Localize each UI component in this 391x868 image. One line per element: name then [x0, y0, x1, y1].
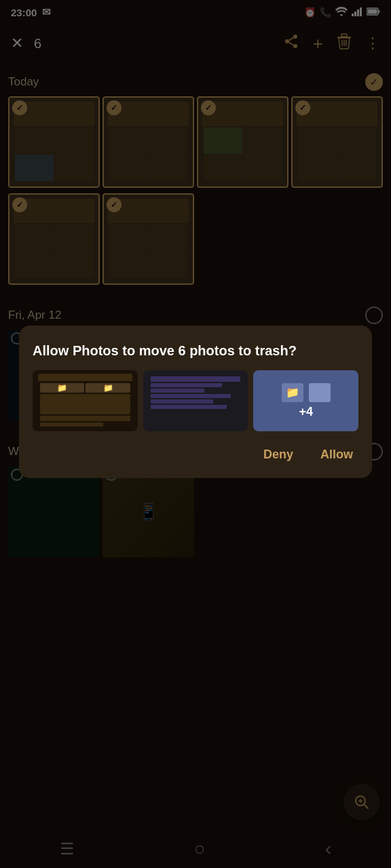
photo-plus-count: +4	[299, 405, 313, 419]
allow-button[interactable]: Allow	[315, 445, 358, 465]
trash-confirm-dialog: Allow Photos to move 6 photos to trash? …	[19, 326, 372, 478]
dialog-photo-1: 📁 📁	[33, 370, 138, 431]
dialog-photo-2	[143, 370, 248, 431]
dp-icon-folder: 📁	[282, 383, 303, 402]
dialog-actions: Deny Allow	[33, 445, 358, 465]
dialog-title: Allow Photos to move 6 photos to trash?	[33, 342, 358, 359]
dialog-photo-previews: 📁 📁	[33, 370, 358, 431]
deny-button[interactable]: Deny	[258, 445, 299, 465]
dialog-photo-count: 📁 +4	[253, 370, 358, 431]
dp-icon-screen	[309, 383, 331, 402]
